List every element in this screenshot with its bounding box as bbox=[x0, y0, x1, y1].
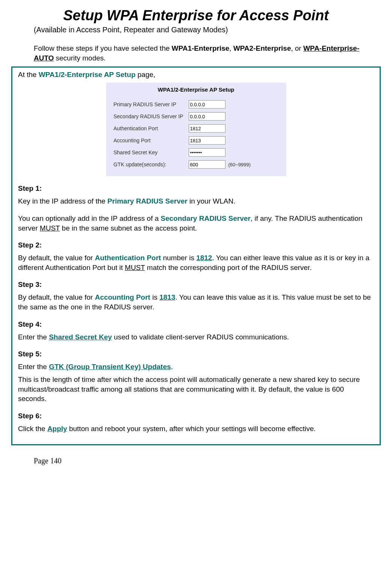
primary-radius-input[interactable] bbox=[189, 100, 225, 109]
step6-t1c: button and reboot your system, after whi… bbox=[67, 425, 316, 433]
step2-t1b: Authentication Port bbox=[95, 254, 161, 262]
at-suffix: page, bbox=[135, 71, 155, 78]
step1-t2d: MUST bbox=[40, 224, 60, 232]
step2-t1c: number is bbox=[161, 254, 196, 262]
secondary-radius-label: Secondary RADIUS Server IP bbox=[114, 113, 189, 119]
step1-label: Step 1: bbox=[18, 184, 374, 193]
setup-screenshot: WPA1/2-Enterprise AP Setup Primary RADIU… bbox=[106, 83, 286, 176]
step3-text: By default, the value for Accounting Por… bbox=[18, 293, 374, 312]
page-subtitle: (Available in Access Point, Repeater and… bbox=[34, 26, 381, 34]
at-prefix: At the bbox=[18, 71, 39, 78]
page-title: Setup WPA Enterprise for Access Point bbox=[11, 8, 381, 24]
step5-t1b: GTK (Group Transient Key) Updates bbox=[49, 363, 171, 371]
at-line: At the WPA1/2-Enterprise AP Setup page, bbox=[18, 71, 374, 79]
screenshot-title: WPA1/2-Enterprise AP Setup bbox=[114, 86, 279, 93]
step4-t1a: Enter the bbox=[18, 333, 49, 341]
step1-t1a: Key in the IP address of the bbox=[18, 197, 107, 205]
step5-text2: This is the length of time after which t… bbox=[18, 375, 374, 404]
form-row-auth: Authentication Port bbox=[114, 124, 279, 133]
step1-t1c: in your WLAN. bbox=[188, 197, 236, 205]
acct-port-input[interactable] bbox=[189, 136, 225, 145]
step5-t1a: Enter the bbox=[18, 363, 49, 371]
step3-t1b: Accounting Port bbox=[95, 293, 150, 301]
step2-t1g: match the corresponding port of the RADI… bbox=[145, 264, 312, 271]
step2-text: By default, the value for Authentication… bbox=[18, 253, 374, 272]
step5-t1c: . bbox=[171, 363, 173, 371]
auth-port-input[interactable] bbox=[189, 124, 225, 133]
form-row-acct: Accounting Port bbox=[114, 136, 279, 145]
step5-label: Step 5: bbox=[18, 350, 374, 358]
intro-sep1: , bbox=[229, 44, 233, 52]
secondary-radius-input[interactable] bbox=[189, 112, 225, 121]
form-row-gtk: GTK update(seconds): (60~9999) bbox=[114, 160, 279, 169]
step2-t1a: By default, the value for bbox=[18, 254, 95, 262]
form-row-secondary: Secondary RADIUS Server IP bbox=[114, 112, 279, 121]
step6-t1a: Click the bbox=[18, 425, 47, 433]
page-number: Page 140 bbox=[34, 457, 381, 465]
step4-label: Step 4: bbox=[18, 320, 374, 329]
step6-t1b: Apply bbox=[47, 425, 67, 433]
intro-text: Follow these steps if you have selected … bbox=[34, 44, 366, 63]
step1-t2a: You can optionally add in the IP address… bbox=[18, 214, 161, 222]
step5-text1: Enter the GTK (Group Transient Key) Upda… bbox=[18, 362, 374, 372]
form-row-primary: Primary RADIUS Server IP bbox=[114, 100, 279, 109]
at-page: WPA1/2-Enterprise AP Setup bbox=[39, 71, 135, 78]
gtk-range: (60~9999) bbox=[228, 162, 251, 167]
intro-prefix: Follow these steps if you have selected … bbox=[34, 44, 172, 52]
gtk-label: GTK update(seconds): bbox=[114, 161, 189, 167]
step1-t1b: Primary RADIUS Server bbox=[107, 197, 187, 205]
intro-mode2: WPA2-Enterprise bbox=[233, 44, 291, 52]
intro-mode1: WPA1-Enterprise bbox=[172, 44, 230, 52]
instruction-box: At the WPA1/2-Enterprise AP Setup page, … bbox=[11, 66, 381, 445]
step3-label: Step 3: bbox=[18, 280, 374, 289]
auth-port-label: Authentication Port bbox=[114, 125, 189, 131]
step3-t1c: is bbox=[150, 293, 159, 301]
step6-label: Step 6: bbox=[18, 412, 374, 420]
step1-text1: Key in the IP address of the Primary RAD… bbox=[18, 196, 374, 206]
step2-t1f: MUST bbox=[125, 264, 145, 271]
form-row-secret: Shared Secret Key bbox=[114, 148, 279, 157]
step3-t1a: By default, the value for bbox=[18, 293, 95, 301]
step4-t1b: Shared Secret Key bbox=[49, 333, 112, 341]
intro-suffix: security modes. bbox=[54, 54, 105, 62]
step2-t1d: 1812 bbox=[196, 254, 212, 262]
secret-key-label: Shared Secret Key bbox=[114, 149, 189, 155]
step1-t2b: Secondary RADIUS Server bbox=[161, 214, 251, 222]
secret-key-input[interactable] bbox=[189, 148, 225, 157]
step4-text: Enter the Shared Secret Key used to vali… bbox=[18, 332, 374, 342]
intro-sep2: , or bbox=[291, 44, 303, 52]
step4-t1c: used to validate client-server RADIUS co… bbox=[112, 333, 289, 341]
step1-t2e: be in the same subnet as the access poin… bbox=[60, 224, 197, 232]
acct-port-label: Accounting Port bbox=[114, 137, 189, 143]
step1-text2: You can optionally add in the IP address… bbox=[18, 214, 374, 233]
step2-label: Step 2: bbox=[18, 241, 374, 249]
step6-text: Click the Apply button and reboot your s… bbox=[18, 424, 374, 434]
gtk-input[interactable] bbox=[189, 160, 225, 169]
step3-t1d: 1813 bbox=[159, 293, 175, 301]
primary-radius-label: Primary RADIUS Server IP bbox=[114, 101, 189, 107]
